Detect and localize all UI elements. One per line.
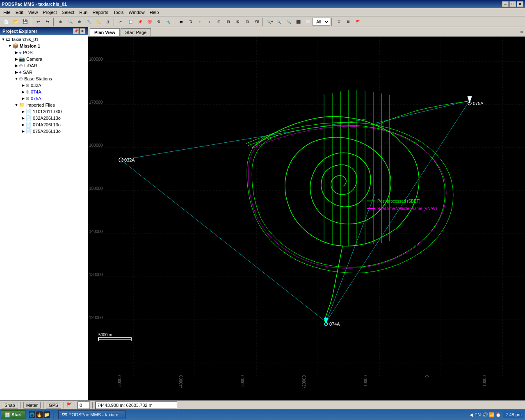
map-view[interactable]: 180000 170000 160000 150000 140000 13000… [88, 37, 525, 400]
tree-toggle-032a[interactable]: ▶ [21, 83, 25, 87]
menu-reports[interactable]: Reports [90, 9, 111, 16]
btn15[interactable]: ⇄ [177, 17, 186, 26]
snap-button[interactable]: Snap [2, 402, 18, 409]
btn28[interactable]: ⬜ [303, 17, 312, 26]
tree-toggle-f3[interactable]: ▶ [21, 123, 25, 127]
btn8[interactable]: 🖨 [103, 17, 112, 26]
meter-button[interactable]: Meter [23, 402, 41, 409]
taskbar-icon-1[interactable]: 🌐 [29, 411, 35, 418]
taskbar-icon-2[interactable]: 🔥 [36, 411, 43, 418]
taskbar-app-item[interactable]: 🗺 PODSPac MMS - taxiarc... [58, 410, 126, 419]
tab-close-button[interactable]: ✕ [520, 30, 523, 35]
tree-mission1[interactable]: ▼ 📦 Mission 1 [1, 43, 87, 49]
btn27[interactable]: ⬛ [294, 17, 303, 26]
menu-window[interactable]: Window [126, 9, 147, 16]
menu-tools[interactable]: Tools [111, 9, 126, 16]
btn10[interactable]: 📋 [126, 17, 135, 26]
btn19[interactable]: ⊞ [215, 17, 224, 26]
tree-imported[interactable]: ▼ 📁 Imported Files [1, 102, 87, 108]
btn17[interactable]: ↔ [196, 17, 205, 26]
btn7[interactable]: 📐 [94, 17, 103, 26]
btn21[interactable]: ⊠ [233, 17, 242, 26]
minimize-button[interactable]: ─ [502, 1, 509, 7]
tree-lidar[interactable]: ▶ ⊕ LiDAR [1, 62, 87, 69]
menu-help[interactable]: Help [147, 9, 162, 16]
select-dropdown[interactable]: All [313, 18, 330, 26]
close-button[interactable]: ✕ [517, 1, 523, 7]
tree-toggle-f2[interactable]: ▶ [21, 116, 25, 120]
tree-basestations[interactable]: ▼ ⊕ Base Stations [1, 75, 87, 82]
tree-toggle-sar[interactable]: ▶ [14, 70, 19, 74]
tree-toggle-imported[interactable]: ▼ [14, 103, 19, 107]
menu-edit[interactable]: Edit [13, 9, 26, 16]
btn29[interactable]: ▽ [334, 17, 343, 26]
btn16[interactable]: ⇅ [186, 17, 195, 26]
title-text: PODSPac MMS - taxiarchis_01 [2, 2, 67, 7]
taskbar-arrow-icon[interactable]: ◀ [470, 412, 473, 418]
menu-run[interactable]: Run [77, 9, 90, 16]
svg-text:140000: 140000 [89, 229, 103, 234]
tree-pos[interactable]: ▶ ● POS [1, 49, 87, 56]
menu-file[interactable]: File [1, 9, 13, 16]
tree-file-4[interactable]: ▶ 📄 075A206l.13o [1, 128, 87, 135]
tree-bs-032a[interactable]: ▶ ⊕ 032A [1, 82, 87, 89]
btn14[interactable]: 🔩 [164, 17, 173, 26]
redo-button[interactable]: ↪ [43, 17, 52, 26]
btn5[interactable]: ⊕ [75, 17, 84, 26]
btn4[interactable]: 🔍 [66, 17, 75, 26]
tree-bs-074a[interactable]: ▶ ⊕ 074A [1, 89, 87, 95]
tree-toggle-root[interactable]: ▼ [1, 37, 6, 41]
btn18[interactable]: ↕ [205, 17, 214, 26]
tab-startpage[interactable]: Start Page [121, 28, 151, 36]
btn23[interactable]: 🗺 [252, 17, 261, 26]
tree-toggle-075a[interactable]: ▶ [21, 96, 25, 100]
btn11[interactable]: 📌 [135, 17, 144, 26]
tree-toggle-bs[interactable]: ▼ [14, 77, 19, 81]
titlebar-buttons[interactable]: ─ □ ✕ [502, 1, 523, 7]
menu-project[interactable]: Project [40, 9, 59, 16]
tree-toggle-f4[interactable]: ▶ [21, 129, 25, 133]
start-button[interactable]: 🪟 Start [1, 410, 25, 419]
tree-toggle-camera[interactable]: ▶ [14, 57, 19, 61]
btn3[interactable]: ⊕ [56, 17, 65, 26]
maximize-button[interactable]: □ [509, 1, 516, 7]
btn6[interactable]: 🔧 [84, 17, 94, 26]
btn25[interactable]: 🔍- [275, 17, 284, 26]
tree-toggle-f1[interactable]: ▶ [21, 110, 25, 114]
btn30[interactable]: 🖥 [344, 17, 353, 26]
tree-sar[interactable]: ▶ ● SAR [1, 69, 87, 75]
save-button[interactable]: 💾 [21, 17, 30, 26]
btn31[interactable]: 🚩 [353, 17, 362, 26]
status-value: 0 [78, 402, 90, 409]
undo-button[interactable]: ↩ [34, 17, 43, 26]
btn9[interactable]: ✂ [116, 17, 126, 26]
menu-view[interactable]: View [26, 9, 41, 16]
btn20[interactable]: ⊟ [224, 17, 233, 26]
tree-file-2[interactable]: ▶ 📄 032A206l.13o [1, 115, 87, 121]
tab-planview[interactable]: Plan View [90, 28, 120, 36]
gps-button[interactable]: GPS [46, 402, 61, 409]
tree-file-3[interactable]: ▶ 📄 074A206l.13o [1, 121, 87, 128]
btn24[interactable]: 🔍+ [265, 17, 274, 26]
main-layout: Project Explorer 📌 ✕ ▼ 🗂 taxiarchis_01 ▼… [0, 27, 525, 400]
tree-bs-075a[interactable]: ▶ ⊕ 075A [1, 95, 87, 102]
tree-camera[interactable]: ▶ 📷 Camera [1, 56, 87, 62]
tree-file-1[interactable]: ▶ 📄 11012011.000 [1, 108, 87, 115]
tree-root[interactable]: ▼ 🗂 taxiarchis_01 [1, 36, 87, 43]
pe-header-btns[interactable]: 📌 ✕ [73, 28, 85, 34]
tree-toggle-pos[interactable]: ▶ [14, 50, 19, 55]
new-button[interactable]: 📄 [2, 17, 11, 26]
pe-close-button[interactable]: ✕ [80, 28, 85, 34]
tree-toggle-lidar[interactable]: ▶ [14, 64, 19, 68]
btn13[interactable]: ⚙ [154, 17, 163, 26]
pe-pin-button[interactable]: 📌 [73, 28, 79, 34]
tree-toggle-mission1[interactable]: ▼ [7, 44, 12, 48]
tree-toggle-074a[interactable]: ▶ [21, 90, 25, 94]
menu-select[interactable]: Select [59, 9, 77, 16]
btn12[interactable]: 🎯 [145, 17, 154, 26]
open-button[interactable]: 📂 [11, 17, 20, 26]
btn26[interactable]: 🔍 [284, 17, 293, 26]
taskbar-icon-3[interactable]: 📁 [43, 411, 50, 418]
btn22[interactable]: ⊡ [243, 17, 252, 26]
content-area: Plan View Start Page ✕ [88, 27, 525, 400]
